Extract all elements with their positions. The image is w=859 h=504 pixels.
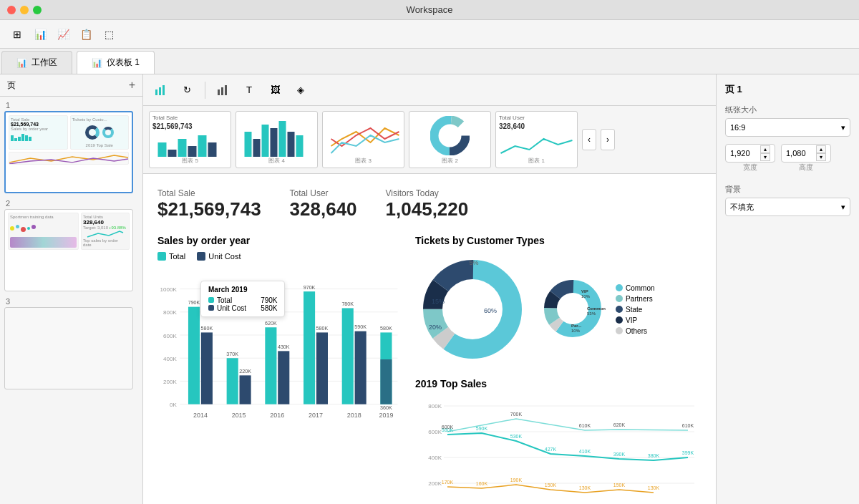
background-value: 不填充 (730, 202, 754, 213)
page-item-3[interactable]: 3 (4, 297, 138, 389)
chart-strip: Total Sale $21,569,743 图表 5 (143, 106, 716, 174)
minimize-button[interactable] (20, 6, 29, 14)
chart-thumb-2[interactable]: 图表 2 (409, 111, 491, 168)
width-value: 1,920 (730, 149, 750, 158)
chart-thumb-5[interactable]: Total Sale $21,569,743 图表 5 (149, 111, 231, 168)
legend-vip: VIP (616, 316, 655, 324)
svg-rect-9 (188, 146, 197, 157)
maximize-button[interactable] (33, 6, 42, 14)
height-input[interactable]: 1,080 ▴ ▾ (781, 144, 831, 163)
svg-rect-1 (159, 87, 161, 95)
svg-rect-17 (288, 132, 295, 157)
svg-text:410K: 410K (579, 449, 591, 454)
svg-rect-18 (296, 135, 304, 157)
chart-5-title: Total Sale (152, 115, 228, 121)
donut-container: 60% 15% 20% 5% (415, 252, 702, 367)
tooltip-total-label: Total (217, 296, 232, 304)
chart-5-visual (152, 130, 228, 157)
strip-next-btn[interactable]: › (601, 129, 615, 150)
toolbar-btn-4[interactable]: 📋 (76, 24, 96, 44)
chart-1-title: Total User (499, 115, 574, 121)
paper-size-select[interactable]: 16:9 ▾ (725, 118, 850, 137)
refresh-btn[interactable]: ↻ (176, 79, 198, 101)
width-decrement[interactable]: ▾ (760, 153, 770, 161)
legend-others-label: Others (626, 327, 647, 335)
page-thumb-3[interactable] (4, 307, 133, 389)
workspace-tab-label: 工作区 (31, 57, 57, 69)
legend-others-dot (616, 327, 623, 334)
svg-text:5%: 5% (469, 259, 478, 266)
toolbar-btn-5[interactable]: ⬚ (99, 24, 119, 44)
chart-thumb-4[interactable]: 图表 4 (236, 111, 318, 168)
tab-workspace[interactable]: 📊 工作区 (1, 51, 72, 74)
toolbar-btn-1[interactable]: ⊞ (7, 24, 27, 44)
svg-text:220K: 220K (239, 369, 251, 374)
svg-text:600K: 600K (163, 333, 177, 339)
tab-dashboard[interactable]: 📊 仪表板 1 (77, 51, 155, 74)
image-btn[interactable]: 🖼 (264, 79, 286, 101)
svg-rect-10 (198, 135, 207, 157)
legend-common: Common (616, 284, 655, 292)
svg-text:160K: 160K (476, 481, 488, 486)
svg-text:580K: 580K (316, 326, 329, 331)
strip-prev-btn[interactable]: ‹ (582, 129, 596, 150)
svg-rect-3 (218, 89, 220, 95)
chart-thumb-1[interactable]: Total User 328,640 图表 1 (495, 111, 578, 168)
dashboard-tab-label: 仪表板 1 (107, 57, 140, 69)
main-toolbar: ⊞ 📊 📈 📋 ⬚ (0, 20, 859, 49)
svg-text:620K: 620K (265, 321, 277, 326)
text-btn[interactable]: T (238, 79, 260, 101)
chart-1-value: 328,640 (499, 122, 574, 130)
svg-text:VIP: VIP (581, 289, 588, 294)
legend-state-label: State (626, 306, 642, 314)
bar-chart-btn[interactable] (213, 79, 234, 101)
page-item-1[interactable]: 1 Total Sale $21,569,743 Sales by order … (4, 101, 138, 193)
toolbar-btn-3[interactable]: 📈 (53, 24, 73, 44)
svg-text:380K: 380K (648, 453, 660, 458)
svg-text:10%: 10% (571, 329, 581, 333)
page-thumb-1[interactable]: Total Sale $21,569,743 Sales by order ye… (4, 111, 133, 193)
page-num-3: 3 (6, 297, 138, 306)
close-button[interactable] (7, 6, 16, 14)
metric-total-sale: Total Sale $21,569,743 (157, 188, 261, 220)
height-decrement[interactable]: ▾ (816, 153, 826, 161)
legend-common-dot (616, 284, 623, 291)
legend-common-label: Common (626, 284, 655, 292)
legend-total: Total (157, 252, 185, 261)
tooltip-row-unit: Unit Cost 580K (208, 304, 277, 312)
legend-vip-label: VIP (626, 316, 637, 324)
svg-text:700K: 700K (510, 412, 523, 417)
paper-size-chevron: ▾ (841, 123, 845, 132)
legend-partners-label: Partners (626, 295, 653, 303)
background-select[interactable]: 不填充 ▾ (725, 198, 850, 216)
width-input[interactable]: 1,920 ▴ ▾ (725, 144, 775, 163)
height-label: 高度 (781, 163, 831, 173)
background-label: 背景 (725, 184, 850, 195)
width-label: 宽度 (725, 163, 775, 173)
svg-rect-6 (158, 142, 167, 157)
page-item-2[interactable]: 2 Sportmen training data (4, 199, 138, 291)
donut-chart-title: Tickets by Customer Types (415, 235, 702, 246)
width-increment[interactable]: ▴ (760, 145, 770, 153)
svg-text:600K: 600K (442, 425, 454, 430)
sales-chart-title: Sales by order year (157, 235, 401, 246)
svg-text:2018: 2018 (347, 412, 361, 419)
page-thumb-2[interactable]: Sportmen training data (4, 209, 133, 291)
chart-thumb-3[interactable]: 图表 3 (322, 111, 404, 168)
svg-text:780K: 780K (341, 301, 354, 307)
svg-text:10%: 10% (581, 294, 591, 299)
page-num-1: 1 (6, 101, 138, 110)
total-user-value: 328,640 (290, 198, 357, 220)
shape-btn[interactable]: ◈ (290, 79, 311, 101)
svg-rect-14 (262, 125, 269, 157)
charts-container: Sales by order year Total Unit Cost (157, 235, 702, 504)
svg-rect-51 (342, 308, 354, 404)
legend-total-label: Total (169, 252, 185, 261)
chart-mode-btn[interactable] (150, 79, 172, 101)
toolbar-btn-2[interactable]: 📊 (30, 24, 50, 44)
pages-list: 1 Total Sale $21,569,743 Sales by order … (0, 97, 142, 504)
height-increment[interactable]: ▴ (816, 145, 826, 153)
app-title: Workspace (407, 4, 453, 15)
visitors-value: 1,045,220 (386, 198, 469, 220)
add-page-button[interactable]: + (129, 79, 135, 92)
